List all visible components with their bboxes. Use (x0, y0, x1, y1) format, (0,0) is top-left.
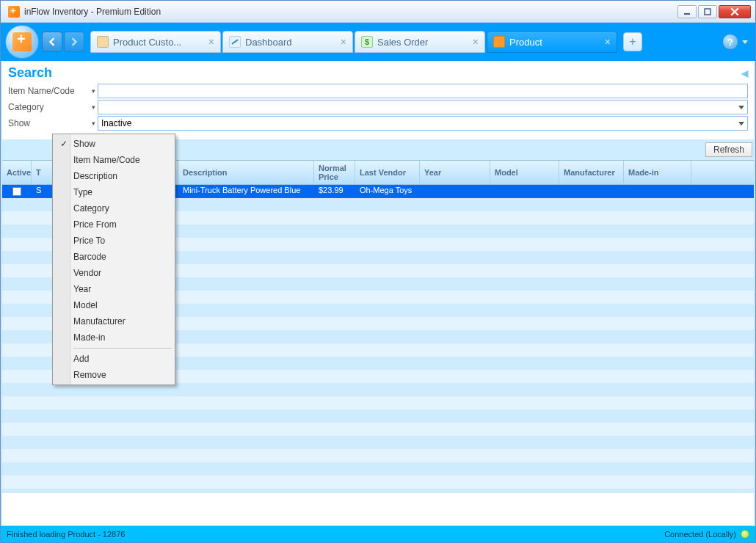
search-panel: Search ◀ Item Name/Code ▾ Category ▾ Sho… (2, 61, 754, 135)
table-row[interactable] (2, 489, 754, 493)
cell-price (314, 330, 355, 343)
nav-back-button[interactable] (42, 32, 62, 52)
cell-manufacturer (559, 383, 624, 396)
cell-year (420, 251, 490, 264)
menu-item-model[interactable]: Model (54, 297, 173, 313)
help-button[interactable]: ? (722, 34, 738, 50)
menu-item-item-name-code[interactable]: Item Name/Code (54, 152, 173, 168)
col-last-vendor[interactable]: Last Vendor (355, 161, 420, 184)
cell-year (420, 225, 490, 238)
cell-price (314, 409, 355, 423)
table-row[interactable] (2, 449, 754, 462)
item-name-input[interactable] (98, 84, 748, 98)
cell-price (314, 489, 355, 493)
show-select[interactable]: Inactive (98, 116, 748, 131)
cell-price (314, 423, 355, 436)
nav-forward-button[interactable] (64, 32, 84, 52)
col-manufacturer[interactable]: Manufacturer (559, 161, 624, 184)
menu-item-barcode[interactable]: Barcode (54, 249, 173, 265)
menu-item-add[interactable]: Add (54, 351, 173, 367)
col-made-in[interactable]: Made-in (624, 161, 691, 184)
minimize-button[interactable] (677, 5, 697, 18)
cell-year (420, 489, 490, 493)
menu-item-type[interactable]: Type (54, 184, 173, 200)
show-dropdown-icon[interactable]: ▾ (89, 120, 98, 127)
cell-year (420, 264, 490, 277)
product-icon (493, 36, 505, 48)
app-icon (8, 6, 20, 18)
menu-item-manufacturer[interactable]: Manufacturer (54, 313, 173, 329)
menu-item-price-from[interactable]: Price From (54, 216, 173, 233)
cell-made (624, 238, 691, 251)
menu-separator (73, 348, 172, 349)
main-menu-button[interactable] (5, 25, 39, 59)
cell-price: $23.99 (314, 185, 355, 198)
table-row[interactable] (2, 436, 754, 449)
tab-close-icon[interactable]: × (473, 36, 479, 48)
maximize-button[interactable] (698, 5, 717, 18)
table-row[interactable] (2, 475, 754, 489)
cell-active (2, 198, 32, 211)
cell-year (420, 409, 490, 423)
cell-description (178, 343, 314, 357)
menu-item-made-in[interactable]: Made-in (54, 329, 173, 346)
cell-active (2, 436, 32, 449)
menu-item-description[interactable]: Description (54, 168, 173, 184)
cell-description (178, 238, 314, 251)
menu-item-vendor[interactable]: Vendor (54, 265, 173, 281)
show-label: Show (8, 118, 89, 128)
cell-manufacturer (559, 225, 624, 238)
tab-close-icon[interactable]: × (341, 36, 346, 48)
help-dropdown-icon[interactable] (742, 40, 748, 44)
cell-made (624, 370, 691, 383)
cell-active (2, 409, 32, 423)
new-tab-button[interactable]: + (623, 32, 642, 51)
table-row[interactable] (2, 462, 754, 475)
cell-model (490, 370, 559, 383)
category-dropdown-icon[interactable]: ▾ (89, 103, 98, 111)
col-normal-price[interactable]: Normal Price (314, 161, 355, 184)
tab-dashboard[interactable]: Dashboard × (222, 31, 353, 53)
cell-active (2, 291, 32, 304)
cell-active (2, 423, 32, 436)
table-row[interactable] (2, 396, 754, 409)
menu-item-price-to[interactable]: Price To (54, 233, 173, 249)
active-checkbox[interactable] (12, 187, 21, 196)
cell-manufacturer (559, 396, 624, 409)
cell-model (490, 225, 559, 238)
cell-model (490, 396, 559, 409)
tab-sales-order[interactable]: Sales Order × (355, 31, 485, 53)
collapse-icon[interactable]: ◀ (741, 68, 748, 79)
table-row[interactable] (2, 409, 754, 423)
cell-manufacturer (559, 475, 624, 489)
cell-price (314, 304, 355, 317)
col-year[interactable]: Year (420, 161, 490, 184)
cell-description (178, 211, 314, 225)
cell-type (32, 462, 178, 475)
col-description[interactable]: Description (178, 161, 314, 184)
cell-year (420, 277, 490, 291)
table-row[interactable] (2, 423, 754, 436)
cell-model (490, 436, 559, 449)
cell-manufacturer (559, 185, 624, 198)
cell-description (178, 251, 314, 264)
cell-vendor (355, 449, 420, 462)
svg-rect-0 (684, 13, 690, 15)
refresh-button[interactable]: Refresh (705, 142, 752, 157)
tab-product-custom[interactable]: Product Custo... × (90, 31, 221, 53)
tab-close-icon[interactable]: × (208, 36, 214, 48)
tab-bar: Product Custo... × Dashboard × Sales Ord… (90, 31, 642, 53)
menu-item-remove[interactable]: Remove (54, 367, 173, 383)
category-select[interactable] (98, 100, 748, 114)
col-active[interactable]: Active (2, 161, 32, 184)
menu-item-year[interactable]: Year (54, 281, 173, 297)
close-button[interactable] (719, 5, 751, 18)
item-name-dropdown-icon[interactable]: ▾ (89, 87, 98, 95)
tab-close-icon[interactable]: × (605, 36, 611, 48)
tab-product[interactable]: Product × (487, 31, 617, 53)
menu-item-category[interactable]: Category (54, 200, 173, 216)
menu-item-show[interactable]: Show (54, 136, 173, 152)
col-model[interactable]: Model (490, 161, 559, 184)
cell-description (178, 225, 314, 238)
cell-description (178, 198, 314, 211)
